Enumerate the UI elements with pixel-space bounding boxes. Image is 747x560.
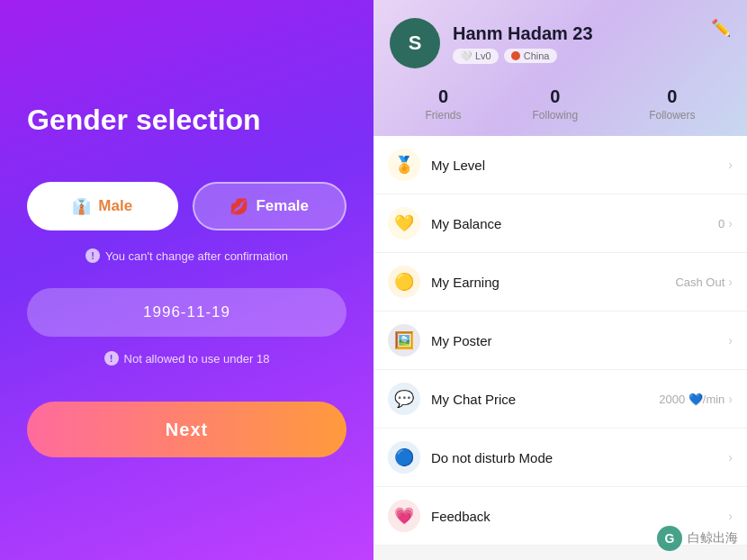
gender-warning: ! You can't change after confirmation [86,248,288,263]
level-badge: 🤍 Lv0 [453,49,499,64]
menu-item-icon: 💬 [388,383,420,415]
avatar: S [390,18,440,68]
gender-selection-panel: Gender selection 👔 Male 💋 Female ! You c… [0,0,374,560]
male-label: Male [98,197,132,215]
profile-info: Hanm Hadam 23 🤍 Lv0 China [453,23,731,64]
menu-item-icon: 💗 [388,500,420,532]
chevron-right-icon: › [728,275,733,289]
menu-item-icon: 🔵 [388,441,420,474]
age-warning: ! Not allowed to use under 18 [104,351,270,366]
menu-item-icon: 🟡 [388,266,420,298]
panel-title: Gender selection [27,103,261,137]
gender-buttons-group: 👔 Male 💋 Female [27,182,346,230]
country-badge: China [504,49,557,63]
stat-label: Followers [649,109,695,122]
male-icon: 👔 [72,197,91,216]
profile-panel: S Hanm Hadam 23 🤍 Lv0 China ✏️ [374,0,747,560]
stat-value: 0 [438,86,448,107]
menu-item[interactable]: 🔵 Do not disturb Mode › [374,429,747,487]
female-label: Female [256,197,309,215]
stat-item: 0 Friends [425,86,461,122]
profile-top: S Hanm Hadam 23 🤍 Lv0 China ✏️ [390,18,731,68]
menu-item-label: Do not disturb Mode [431,450,728,465]
stat-label: Following [532,109,578,122]
menu-item[interactable]: 🖼️ My Poster › [374,312,747,370]
menu-item-label: My Chat Price [431,392,659,407]
edit-icon[interactable]: ✏️ [711,18,731,38]
country-badge-text: China [524,50,550,61]
menu-list: 🏅 My Level › 💛 My Balance 0 › 🟡 My Earni… [374,136,747,546]
menu-item[interactable]: 🏅 My Level › [374,136,747,194]
stat-value: 0 [667,86,677,107]
chevron-right-icon: › [728,216,733,230]
menu-item-label: My Earning [431,275,675,290]
menu-item-value: 2000 💙/min [659,393,724,406]
menu-item-value: 0 [718,217,724,230]
female-button[interactable]: 💋 Female [193,182,347,230]
menu-item-icon: 💛 [388,207,420,239]
menu-item[interactable]: 💬 My Chat Price 2000 💙/min › [374,370,747,429]
menu-item-label: My Balance [431,216,718,231]
menu-list-container: 🏅 My Level › 💛 My Balance 0 › 🟡 My Earni… [374,136,747,560]
male-button[interactable]: 👔 Male [27,182,178,230]
stat-value: 0 [550,86,560,107]
chevron-right-icon: › [728,450,733,465]
next-button[interactable]: Next [27,402,346,457]
heart-icon: 🤍 [460,50,472,62]
stat-item: 0 Followers [649,86,695,122]
stat-item: 0 Following [532,86,578,122]
chevron-right-icon: › [728,158,733,172]
chevron-right-icon: › [728,392,733,406]
gender-warning-text: You can't change after confirmation [105,249,288,263]
menu-item-value: Cash Out [675,275,724,289]
menu-item-label: My Poster [431,333,728,348]
warning-icon: ! [86,248,100,263]
watermark: G 白鲸出海 [657,526,738,551]
level-badge-text: Lv0 [475,50,491,61]
chevron-right-icon: › [728,509,733,523]
menu-item-label: Feedback [431,509,728,524]
watermark-text: 白鲸出海 [688,530,738,546]
menu-item[interactable]: 💛 My Balance 0 › [374,194,747,253]
flag-dot [511,51,520,60]
menu-item[interactable]: 🟡 My Earning Cash Out › [374,253,747,312]
age-warning-icon: ! [104,351,119,366]
profile-header: S Hanm Hadam 23 🤍 Lv0 China ✏️ [374,0,747,136]
profile-badges: 🤍 Lv0 China [453,49,731,64]
menu-item-label: My Level [431,158,728,173]
menu-item-icon: 🏅 [388,149,420,181]
watermark-logo: G [657,526,682,551]
chevron-right-icon: › [728,333,733,348]
stat-label: Friends [425,109,461,122]
menu-item-icon: 🖼️ [388,324,420,357]
date-picker-button[interactable]: 1996-11-19 [27,288,346,337]
profile-name: Hanm Hadam 23 [453,23,731,44]
stats-row: 0 Friends 0 Following 0 Followers [390,83,731,122]
female-icon: 💋 [230,197,248,216]
age-warning-text: Not allowed to use under 18 [124,352,270,366]
